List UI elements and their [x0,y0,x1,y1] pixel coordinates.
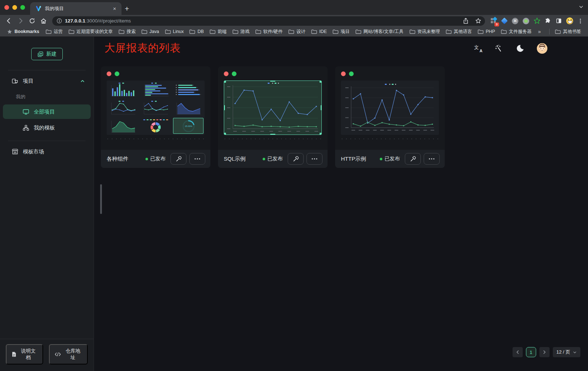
mini-chart-thumbnail [173,82,203,98]
project-preview-thumbnail[interactable]: 25.00% [107,81,205,135]
edit-hammer-button[interactable] [405,153,421,165]
sidebar: 新建 项目 我的 全部项目 [0,37,94,371]
bookmarks-manager[interactable]: Bookmarks [4,28,42,35]
scrollbar-thumb[interactable] [100,184,102,214]
more-options-button[interactable] [189,153,205,165]
language-toggle-icon[interactable]: 文A [474,44,482,52]
new-copy-plus-icon [37,51,44,57]
project-preview-thumbnail[interactable] [224,81,322,135]
reload-button[interactable] [27,16,37,26]
magic-wand-icon[interactable] [494,44,503,53]
bookmark-folder[interactable]: 网站/博客/文章/工具 [353,28,406,36]
project-preview-thumbnail[interactable] [341,81,439,135]
pagination-prev-button[interactable] [513,347,523,357]
bookmark-folder[interactable]: 项目 [330,28,352,36]
bookmark-folder[interactable]: DB [187,28,206,36]
project-card[interactable]: 25.00% 各种组件 已发布 [101,66,210,168]
bookmark-folder[interactable]: PHP [475,28,498,36]
sidebar-item-my-templates[interactable]: 我的模板 [3,120,91,135]
card-red-dot [107,71,111,76]
macos-minimize-button[interactable] [12,5,17,10]
page-info-icon[interactable] [57,18,62,24]
tab-strip: 我的项目 × + [0,0,588,15]
forward-button[interactable] [15,16,25,26]
bookmark-folder[interactable]: 文件服务器 [498,28,534,36]
back-button[interactable] [4,16,14,26]
edit-hammer-button[interactable] [288,153,304,165]
bookmark-folder[interactable]: Linux [163,28,186,36]
card-green-dot [232,71,237,76]
folder-icon [255,29,261,34]
new-button-label: 新建 [46,51,57,57]
address-bar[interactable]: 127.0.0.1:3000/#/project/items [52,16,485,26]
browser-menu-kebab-icon[interactable] [576,16,585,26]
folder-icon [119,29,124,34]
svg-text:25.00%: 25.00% [185,125,193,127]
home-button[interactable] [38,16,49,26]
dark-mode-moon-icon[interactable] [515,44,525,53]
tab-close-icon[interactable]: × [111,5,118,12]
extension-green-star-icon[interactable] [532,16,542,26]
bookmark-folder[interactable]: 游戏 [230,28,252,36]
sidebar-group-project[interactable]: 项目 [0,73,94,88]
new-tab-button[interactable]: + [122,2,132,15]
folder-icon [501,29,507,34]
folder-icon [69,29,74,34]
sidebar-item-all-projects[interactable]: 全部项目 [3,104,91,119]
more-options-button[interactable] [424,153,440,165]
bookmark-folder[interactable]: 设计 [286,28,308,36]
folder-icon [333,29,338,34]
repo-button-label: 仓库地址 [64,348,82,361]
edit-hammer-button[interactable] [170,153,186,165]
macos-zoom-button[interactable] [20,5,25,10]
extension-recorder-icon[interactable] [521,16,531,26]
user-avatar[interactable] [537,43,547,54]
bookmark-folder[interactable]: 其他语言 [443,28,474,36]
bookmark-folder[interactable]: IDE [309,28,329,36]
preview-dotted-divider [107,135,205,139]
more-options-button[interactable] [307,153,322,165]
macos-close-button[interactable] [4,5,9,10]
bookmarks-overflow-chevron[interactable]: » [535,28,543,35]
mine-group-label: 我的 [0,88,94,104]
tab-search-chevron-icon[interactable] [579,4,584,9]
share-icon[interactable] [461,16,470,26]
folder-icon [555,29,561,34]
folder-icon [165,29,171,34]
project-card[interactable]: HTTP示例 已发布 [335,66,445,168]
sidebar-item-label: 我的模板 [34,124,55,131]
bookmark-folder[interactable]: 运营 [43,28,65,36]
folder-icon [446,29,452,34]
browser-toolbar: 127.0.0.1:3000/#/project/items 9 ⌘ [0,15,588,27]
extension-tampermonkey-icon[interactable]: 9 [489,16,498,26]
docs-button[interactable]: 说明文档 [6,344,43,364]
sidebar-item-template-market[interactable]: 模板市场 [0,144,94,159]
extension-command-icon[interactable]: ⌘ [510,16,520,26]
other-bookmarks[interactable]: 其他书签 [552,28,584,36]
other-bookmarks-label: 其他书签 [563,29,581,35]
repo-button[interactable]: 仓库地址 [49,344,88,364]
bookmark-folder[interactable]: 近期需要读的文章 [66,28,115,36]
bookmark-folder[interactable]: 软件/硬件 [253,28,285,36]
card-red-dot [224,71,229,76]
bookmark-folder[interactable]: Java [139,28,161,36]
mini-chart-thumbnail [108,82,138,98]
folder-icon [141,29,147,34]
bookmark-star-icon[interactable] [473,16,483,26]
bookmark-folder[interactable]: 搜索 [116,28,138,36]
storefront-icon [12,148,18,155]
extension-smiley-icon[interactable] [565,16,574,26]
pagination-next-button[interactable] [539,347,550,357]
page-size-select[interactable]: 12 / 页 [553,347,580,357]
new-project-button[interactable]: 新建 [31,48,63,60]
document-icon [12,351,16,357]
extensions-puzzle-icon[interactable] [543,16,552,26]
chevron-up-icon [80,79,85,83]
project-card[interactable]: SQL示例 已发布 [218,66,328,168]
pagination-page-1[interactable]: 1 [526,347,536,357]
bookmark-folder[interactable]: 前端 [207,28,229,36]
bookmark-folder[interactable]: 资讯未整理 [407,28,443,36]
side-panel-icon[interactable] [554,16,563,26]
browser-tab[interactable]: 我的项目 × [30,2,122,15]
extension-gem-icon[interactable] [499,16,509,26]
